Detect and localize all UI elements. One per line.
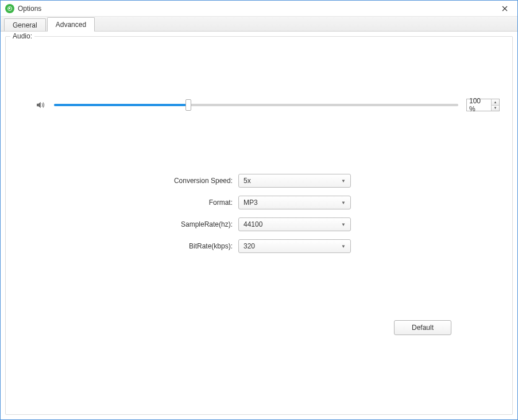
volume-row: 100 % ▲ ▼ [34,99,500,111]
volume-slider[interactable] [54,99,458,111]
spinner-down-button[interactable]: ▼ [492,106,499,111]
options-window: Options General Advanced Audio: [0,0,518,420]
sample-rate-row: SampleRate(hz): 44100 ▼ [6,217,512,232]
format-label: Format: [6,199,238,207]
conversion-speed-select[interactable]: 5x ▼ [238,174,351,188]
format-select[interactable]: MP3 ▼ [238,196,351,209]
conversion-speed-value: 5x [243,177,341,185]
conversion-speed-row: Conversion Speed: 5x ▼ [6,173,512,188]
bit-rate-value: 320 [243,242,341,250]
app-icon [5,4,14,13]
volume-value: 100 % [467,97,491,113]
slider-fill [54,104,188,106]
tab-advanced[interactable]: Advanced [47,17,95,31]
bit-rate-row: BitRate(kbps): 320 ▼ [6,239,512,254]
volume-spinner[interactable]: 100 % ▲ ▼ [466,99,500,111]
bit-rate-label: BitRate(kbps): [6,242,238,250]
conversion-speed-label: Conversion Speed: [6,177,238,185]
audio-group: Audio: 100 % ▲ [5,36,513,415]
sample-rate-value: 44100 [243,220,341,228]
tab-bar: General Advanced [1,17,517,32]
spinner-buttons: ▲ ▼ [491,99,499,111]
titlebar: Options [1,1,517,17]
speaker-icon [34,99,46,111]
window-title: Options [18,5,497,13]
content-area: Audio: 100 % ▲ [1,32,517,419]
format-value: MP3 [243,199,341,207]
sample-rate-label: SampleRate(hz): [6,220,238,228]
format-row: Format: MP3 ▼ [6,195,512,210]
chevron-down-icon: ▼ [341,222,346,227]
slider-thumb[interactable] [185,99,191,111]
bit-rate-select[interactable]: 320 ▼ [238,239,351,253]
chevron-down-icon: ▼ [341,200,346,205]
settings-form: Conversion Speed: 5x ▼ Format: MP3 ▼ Sam… [6,173,512,260]
spinner-up-button[interactable]: ▲ [492,99,499,106]
audio-group-label: Audio: [10,32,34,40]
close-button[interactable] [497,1,513,17]
chevron-down-icon: ▼ [341,244,346,249]
default-button[interactable]: Default [394,320,451,335]
default-row: Default [6,320,512,335]
chevron-down-icon: ▼ [341,178,346,184]
sample-rate-select[interactable]: 44100 ▼ [238,217,351,231]
tab-general[interactable]: General [4,18,46,31]
